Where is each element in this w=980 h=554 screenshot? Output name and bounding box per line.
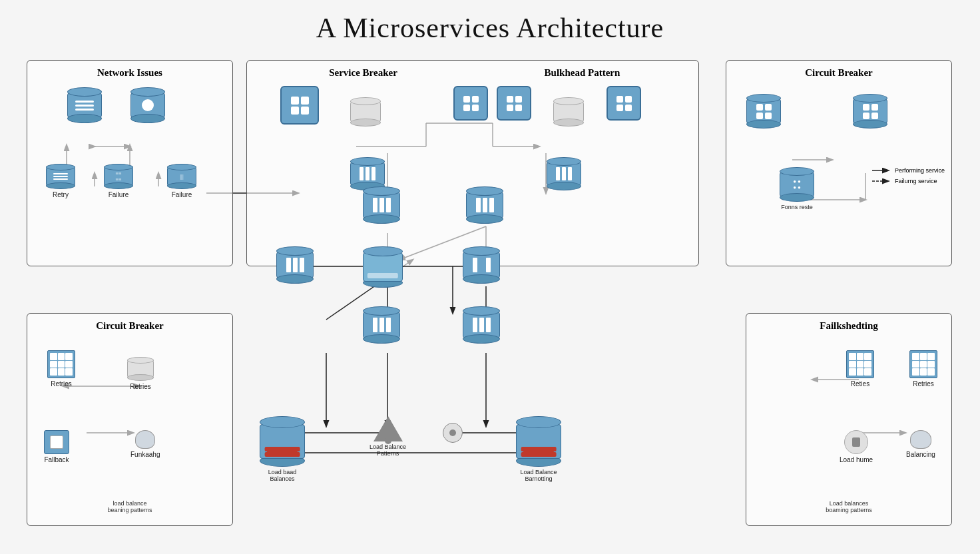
cb-cyl2	[853, 94, 887, 129]
sb-mid-cyl1-shape	[350, 157, 385, 190]
fs-reties1-label: Reties	[851, 380, 869, 388]
network-cyl-failure2: |||	[167, 164, 196, 189]
cb-bot-svc1: Retries	[47, 350, 75, 388]
retry-label: Retry	[53, 191, 69, 198]
bh-mid-cyl2	[547, 157, 581, 190]
network-svc-failure1: ≡≡≡≡ Failure	[104, 164, 133, 198]
bh-cyl-white	[553, 97, 584, 127]
cb-cyl3: ● ●● ●	[780, 167, 814, 202]
bh-sq-svc2	[497, 86, 531, 121]
network-cyl-2	[130, 87, 165, 123]
cb-cyl1	[746, 94, 781, 129]
db-cyl-right: Load BalanceBarnotting	[516, 416, 561, 482]
service-breaker-title: Service Breaker	[254, 67, 473, 79]
cb-blob	[135, 430, 155, 449]
main-canvas: A Microservices Architecture	[0, 0, 980, 554]
network-svc-1	[67, 87, 102, 123]
cb-bot-desc: load balancebeaning patterns	[41, 500, 219, 513]
sb-white-cyl	[350, 97, 381, 127]
db-left-label: Load baadBalances	[268, 469, 297, 482]
cb-blob-svc: Funkaahg	[130, 430, 160, 458]
center-cyl-4-shape	[363, 246, 403, 288]
funkaahg-label: Funkaahg	[130, 451, 160, 458]
bh-white-cyl	[553, 97, 584, 127]
failurng-label: Failurng service	[895, 178, 937, 184]
db-cyl-left: Load baadBalances	[260, 416, 305, 482]
center-cyl-3-shape	[276, 246, 314, 284]
bulkhead-title: Bulkhead Pattern	[473, 67, 692, 79]
circuit-breaker-top-title: Circuit Breaker	[733, 67, 945, 79]
failure2-label: Failure	[172, 191, 192, 198]
circuit-breaker-top-box: Circuit Breaker	[726, 60, 952, 266]
cb-fallback-svc: Fallback	[44, 430, 69, 463]
fs-blob: Balancing	[906, 430, 935, 458]
fs-desc: Load balancesboaming patterns	[760, 500, 938, 513]
center-cyl-3	[276, 246, 314, 284]
center-cyl-6-shape	[363, 306, 400, 344]
fs-svc2: Retries	[909, 350, 937, 388]
center-cyl-1	[363, 186, 400, 224]
fs-load-hume-label: Load hume	[840, 456, 873, 463]
failshedding-title: Failkshedting	[753, 320, 945, 332]
sb-cyl-white	[350, 97, 381, 127]
sb-sq-svc	[280, 86, 319, 125]
network-svc-retry: Retry	[46, 164, 75, 198]
cb-bot-white-cyl: Retries	[127, 357, 154, 390]
bh-mid-cyl2-shape	[547, 157, 581, 190]
cb-retries2-label: Retries	[130, 383, 151, 390]
failure1-label: Failure	[109, 191, 129, 198]
network-cyl-1	[67, 87, 102, 123]
bh-sq-svc3	[607, 86, 641, 121]
center-cyl-5-shape	[463, 246, 500, 284]
network-issues-box: Network Issues	[27, 60, 233, 266]
center-cyl-7-shape	[463, 306, 500, 344]
network-issues-title: Network Issues	[34, 67, 226, 79]
cb-top-cyl3: ● ●● ● Fonns reste	[780, 167, 814, 210]
circuit-breaker-bot-box: Circuit Breaker Retries Retries Fallb	[27, 313, 233, 526]
failshedding-box: Failkshedting Reties Retries Load hume	[746, 313, 952, 526]
db-right-shape	[516, 416, 561, 467]
center-cyl-6	[363, 306, 400, 344]
center-cyl-2	[466, 186, 503, 224]
service-breaker-box: Service Breaker Bulkhead Pattern	[246, 60, 699, 266]
cb-retries1-label: Retries	[51, 380, 72, 388]
center-cyl-5	[463, 246, 500, 284]
fs-svc1: Reties	[846, 350, 874, 388]
db-left-shape	[260, 416, 305, 467]
sb-mid-cyl1	[350, 157, 385, 190]
network-svc-failure2: ||| Failure	[167, 164, 196, 198]
bh-sq-svc1	[453, 86, 488, 121]
page-title: A Microservices Architecture	[0, 0, 980, 44]
lb-triangle: Load BalancePatterns	[369, 416, 406, 457]
center-cyl-1-shape	[363, 186, 400, 224]
center-cyl-2-shape	[466, 186, 503, 224]
lb-circle	[443, 423, 463, 445]
network-cyl-failure1: ≡≡≡≡	[104, 164, 133, 189]
circuit-breaker-bot-title: Circuit Breaker	[34, 320, 226, 332]
fallback-label: Fallback	[44, 456, 69, 463]
center-cyl-4	[363, 246, 403, 288]
network-cyl-retry	[46, 164, 75, 189]
cb-bot-cyl-white	[127, 357, 154, 381]
fs-retries2-label: Retries	[913, 380, 934, 388]
cb-top-cyl1	[746, 94, 781, 129]
db-right-label: Load BalanceBarnotting	[520, 469, 557, 482]
fs-balancing-label: Balancing	[906, 451, 935, 458]
cb-top-cyl2	[853, 94, 887, 129]
lb-triangle-label: Load BalancePatterns	[369, 443, 406, 457]
fs-house: Load hume	[840, 430, 873, 463]
fonns-label: Fonns reste	[781, 204, 813, 210]
network-svc-2	[130, 87, 165, 123]
center-cyl-7	[463, 306, 500, 344]
performing-label: Performing service	[895, 167, 945, 174]
